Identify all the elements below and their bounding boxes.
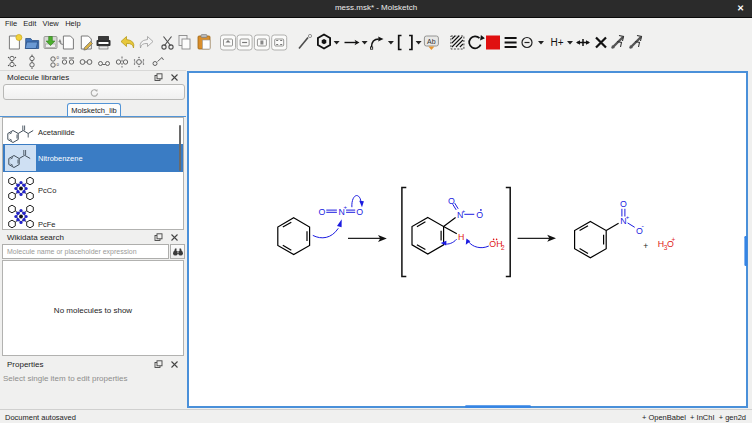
- svg-text:O: O: [319, 207, 326, 217]
- svg-text:+: +: [643, 241, 648, 251]
- svg-text:+: +: [462, 208, 466, 214]
- svg-text:o: o: [57, 55, 60, 60]
- svg-text:o: o: [57, 62, 60, 67]
- svg-text:+: +: [344, 204, 348, 210]
- svg-text:O: O: [620, 199, 627, 209]
- svg-text:O: O: [448, 196, 455, 206]
- svg-text:2: 2: [501, 244, 505, 251]
- svg-text:O: O: [356, 207, 363, 217]
- svg-text:H: H: [458, 232, 464, 242]
- svg-text:Ab: Ab: [427, 38, 436, 45]
- svg-text:-: -: [641, 222, 644, 229]
- svg-text:+: +: [672, 236, 676, 243]
- svg-text:+: +: [626, 214, 630, 220]
- svg-text:O: O: [476, 210, 483, 220]
- svg-text:H+: H+: [550, 37, 563, 48]
